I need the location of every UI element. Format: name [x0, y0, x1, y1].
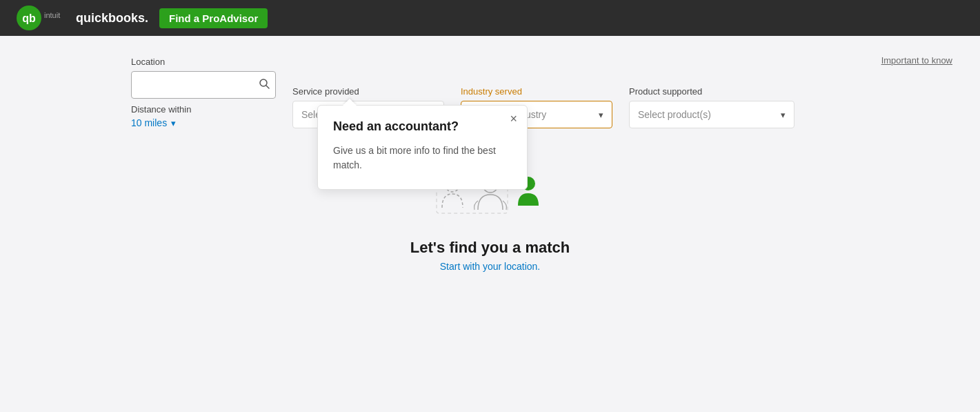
svg-text:qb: qb — [22, 12, 36, 24]
search-button[interactable] — [259, 78, 270, 92]
location-filter-group: Location Distance within 10 miles ▾ — [131, 57, 276, 128]
distance-group: Distance within 10 miles ▾ — [131, 104, 276, 128]
tooltip-arrow — [343, 99, 357, 106]
product-placeholder: Select product(s) — [638, 109, 711, 120]
industry-chevron-icon: ▾ — [599, 110, 603, 120]
app-header: qb intuit quickbooks. Find a ProAdvisor — [0, 0, 980, 36]
distance-select-row[interactable]: 10 miles ▾ — [131, 117, 276, 128]
logo-group: qb intuit quickbooks. — [17, 6, 148, 30]
product-dropdown[interactable]: Select product(s) ▾ — [629, 101, 794, 128]
location-input-wrap[interactable] — [131, 71, 276, 99]
quickbooks-logo-icon: qb — [17, 6, 41, 30]
find-proadvisor-button[interactable]: Find a ProAdvisor — [159, 8, 268, 28]
industry-label: Industry served — [461, 86, 612, 97]
empty-state-subtitle: Start with your location. — [440, 261, 541, 272]
tooltip-close-button[interactable]: × — [510, 112, 517, 125]
quickbooks-wordmark: quickbooks. — [76, 11, 148, 26]
product-label: Product supported — [629, 86, 794, 97]
main-content: Important to know Location Distance with… — [0, 36, 980, 293]
intuit-label: intuit — [44, 11, 60, 19]
distance-value: 10 miles — [131, 117, 167, 128]
location-label: Location — [131, 57, 276, 67]
svg-line-3 — [266, 86, 269, 88]
product-chevron-icon: ▾ — [781, 110, 786, 120]
location-input[interactable] — [137, 79, 259, 90]
tooltip-popup: × Need an accountant? Give us a bit more… — [317, 105, 528, 190]
empty-state-title: Let's find you a match — [410, 239, 570, 257]
product-filter-group: Product supported Select product(s) ▾ — [629, 86, 794, 128]
distance-label: Distance within — [131, 104, 276, 115]
distance-chevron-icon: ▾ — [171, 118, 176, 128]
search-icon — [259, 78, 270, 89]
service-label: Service provided — [292, 86, 444, 97]
tooltip-title: Need an accountant? — [333, 119, 512, 134]
important-to-know-link[interactable]: Important to know — [881, 55, 952, 66]
tooltip-body: Give us a bit more info to find the best… — [333, 144, 512, 173]
